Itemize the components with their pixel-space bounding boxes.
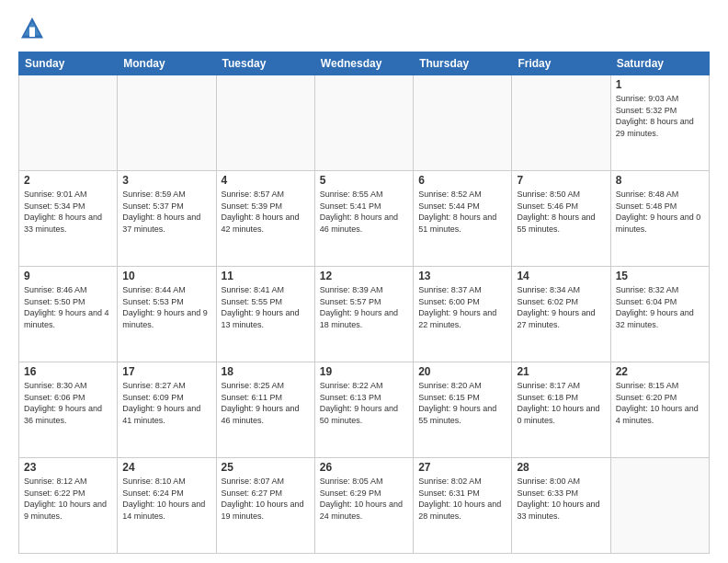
day-info: Sunrise: 8:15 AM Sunset: 6:20 PM Dayligh…: [616, 380, 704, 426]
day-cell: 24Sunrise: 8:10 AM Sunset: 6:24 PM Dayli…: [118, 458, 216, 554]
day-cell: 26Sunrise: 8:05 AM Sunset: 6:29 PM Dayli…: [314, 458, 413, 554]
day-info: Sunrise: 8:52 AM Sunset: 5:44 PM Dayligh…: [418, 189, 506, 235]
day-cell: 15Sunrise: 8:32 AM Sunset: 6:04 PM Dayli…: [610, 267, 709, 362]
day-number: 18: [222, 365, 310, 378]
day-number: 28: [517, 461, 605, 474]
week-row-1: 2Sunrise: 9:01 AM Sunset: 5:34 PM Daylig…: [19, 171, 710, 267]
day-cell: [19, 75, 118, 171]
day-cell: 18Sunrise: 8:25 AM Sunset: 6:11 PM Dayli…: [216, 362, 314, 458]
day-cell: 16Sunrise: 8:30 AM Sunset: 6:06 PM Dayli…: [19, 362, 118, 458]
day-number: 2: [24, 174, 112, 187]
day-info: Sunrise: 8:50 AM Sunset: 5:46 PM Dayligh…: [517, 189, 605, 235]
day-number: 8: [616, 174, 704, 187]
day-number: 16: [24, 365, 112, 378]
day-number: 4: [222, 174, 310, 187]
logo-icon: [18, 15, 46, 42]
svg-rect-2: [29, 28, 35, 38]
day-info: Sunrise: 9:01 AM Sunset: 5:34 PM Dayligh…: [24, 189, 112, 235]
day-info: Sunrise: 8:30 AM Sunset: 6:06 PM Dayligh…: [24, 380, 112, 426]
col-header-wednesday: Wednesday: [314, 52, 413, 75]
day-cell: 28Sunrise: 8:00 AM Sunset: 6:33 PM Dayli…: [512, 458, 610, 554]
logo: [18, 15, 48, 42]
header: [18, 15, 710, 42]
day-number: 14: [517, 270, 605, 282]
col-header-sunday: Sunday: [19, 52, 118, 75]
day-cell: 14Sunrise: 8:34 AM Sunset: 6:02 PM Dayli…: [512, 267, 610, 362]
day-cell: 13Sunrise: 8:37 AM Sunset: 6:00 PM Dayli…: [414, 267, 512, 362]
day-cell: 23Sunrise: 8:12 AM Sunset: 6:22 PM Dayli…: [19, 458, 118, 554]
day-info: Sunrise: 8:32 AM Sunset: 6:04 PM Dayligh…: [616, 284, 704, 330]
day-number: 12: [320, 270, 408, 282]
col-header-tuesday: Tuesday: [216, 52, 314, 75]
day-info: Sunrise: 8:59 AM Sunset: 5:37 PM Dayligh…: [122, 189, 210, 235]
day-number: 7: [517, 174, 605, 187]
day-info: Sunrise: 8:00 AM Sunset: 6:33 PM Dayligh…: [517, 476, 605, 522]
day-cell: 20Sunrise: 8:20 AM Sunset: 6:15 PM Dayli…: [414, 362, 512, 458]
day-info: Sunrise: 8:20 AM Sunset: 6:15 PM Dayligh…: [418, 380, 506, 426]
day-cell: 19Sunrise: 8:22 AM Sunset: 6:13 PM Dayli…: [314, 362, 413, 458]
col-header-friday: Friday: [512, 52, 610, 75]
day-info: Sunrise: 8:37 AM Sunset: 6:00 PM Dayligh…: [418, 284, 506, 330]
col-header-saturday: Saturday: [610, 52, 709, 75]
day-cell: 2Sunrise: 9:01 AM Sunset: 5:34 PM Daylig…: [19, 171, 118, 267]
day-number: 20: [418, 365, 506, 378]
day-number: 25: [222, 461, 310, 474]
day-number: 19: [320, 365, 408, 378]
day-info: Sunrise: 8:25 AM Sunset: 6:11 PM Dayligh…: [222, 380, 310, 426]
day-number: 21: [517, 365, 605, 378]
day-cell: [610, 458, 709, 554]
day-info: Sunrise: 8:22 AM Sunset: 6:13 PM Dayligh…: [320, 380, 408, 426]
day-cell: 12Sunrise: 8:39 AM Sunset: 5:57 PM Dayli…: [314, 267, 413, 362]
day-info: Sunrise: 8:41 AM Sunset: 5:55 PM Dayligh…: [222, 284, 310, 330]
day-number: 22: [616, 365, 704, 378]
day-cell: 21Sunrise: 8:17 AM Sunset: 6:18 PM Dayli…: [512, 362, 610, 458]
day-cell: [314, 75, 413, 171]
day-cell: [512, 75, 610, 171]
day-info: Sunrise: 8:44 AM Sunset: 5:53 PM Dayligh…: [122, 284, 210, 330]
day-cell: 6Sunrise: 8:52 AM Sunset: 5:44 PM Daylig…: [414, 171, 512, 267]
day-cell: 25Sunrise: 8:07 AM Sunset: 6:27 PM Dayli…: [216, 458, 314, 554]
day-cell: [414, 75, 512, 171]
day-number: 9: [24, 270, 112, 282]
day-info: Sunrise: 8:27 AM Sunset: 6:09 PM Dayligh…: [122, 380, 210, 426]
day-cell: 5Sunrise: 8:55 AM Sunset: 5:41 PM Daylig…: [314, 171, 413, 267]
day-info: Sunrise: 8:39 AM Sunset: 5:57 PM Dayligh…: [320, 284, 408, 330]
day-cell: [118, 75, 216, 171]
day-number: 23: [24, 461, 112, 474]
day-number: 15: [616, 270, 704, 282]
day-cell: 9Sunrise: 8:46 AM Sunset: 5:50 PM Daylig…: [19, 267, 118, 362]
day-number: 1: [616, 78, 704, 91]
week-row-0: 1Sunrise: 9:03 AM Sunset: 5:32 PM Daylig…: [19, 75, 710, 171]
day-cell: 22Sunrise: 8:15 AM Sunset: 6:20 PM Dayli…: [610, 362, 709, 458]
day-number: 13: [418, 270, 506, 282]
day-info: Sunrise: 8:55 AM Sunset: 5:41 PM Dayligh…: [320, 189, 408, 235]
day-cell: 3Sunrise: 8:59 AM Sunset: 5:37 PM Daylig…: [118, 171, 216, 267]
header-row: SundayMondayTuesdayWednesdayThursdayFrid…: [19, 52, 710, 75]
day-cell: 17Sunrise: 8:27 AM Sunset: 6:09 PM Dayli…: [118, 362, 216, 458]
day-info: Sunrise: 8:07 AM Sunset: 6:27 PM Dayligh…: [222, 476, 310, 522]
calendar-table: SundayMondayTuesdayWednesdayThursdayFrid…: [18, 52, 710, 554]
day-number: 17: [122, 365, 210, 378]
day-info: Sunrise: 8:57 AM Sunset: 5:39 PM Dayligh…: [222, 189, 310, 235]
day-info: Sunrise: 8:17 AM Sunset: 6:18 PM Dayligh…: [517, 380, 605, 426]
day-info: Sunrise: 8:48 AM Sunset: 5:48 PM Dayligh…: [616, 189, 704, 235]
day-info: Sunrise: 8:46 AM Sunset: 5:50 PM Dayligh…: [24, 284, 112, 330]
week-row-4: 23Sunrise: 8:12 AM Sunset: 6:22 PM Dayli…: [19, 458, 710, 554]
day-number: 27: [418, 461, 506, 474]
day-info: Sunrise: 8:34 AM Sunset: 6:02 PM Dayligh…: [517, 284, 605, 330]
day-cell: 7Sunrise: 8:50 AM Sunset: 5:46 PM Daylig…: [512, 171, 610, 267]
day-cell: [216, 75, 314, 171]
day-cell: 8Sunrise: 8:48 AM Sunset: 5:48 PM Daylig…: [610, 171, 709, 267]
day-number: 24: [122, 461, 210, 474]
day-info: Sunrise: 8:10 AM Sunset: 6:24 PM Dayligh…: [122, 476, 210, 522]
day-number: 3: [122, 174, 210, 187]
col-header-thursday: Thursday: [414, 52, 512, 75]
day-number: 6: [418, 174, 506, 187]
day-number: 11: [222, 270, 310, 282]
day-cell: 11Sunrise: 8:41 AM Sunset: 5:55 PM Dayli…: [216, 267, 314, 362]
day-cell: 27Sunrise: 8:02 AM Sunset: 6:31 PM Dayli…: [414, 458, 512, 554]
week-row-3: 16Sunrise: 8:30 AM Sunset: 6:06 PM Dayli…: [19, 362, 710, 458]
day-info: Sunrise: 8:05 AM Sunset: 6:29 PM Dayligh…: [320, 476, 408, 522]
day-number: 26: [320, 461, 408, 474]
day-cell: 10Sunrise: 8:44 AM Sunset: 5:53 PM Dayli…: [118, 267, 216, 362]
